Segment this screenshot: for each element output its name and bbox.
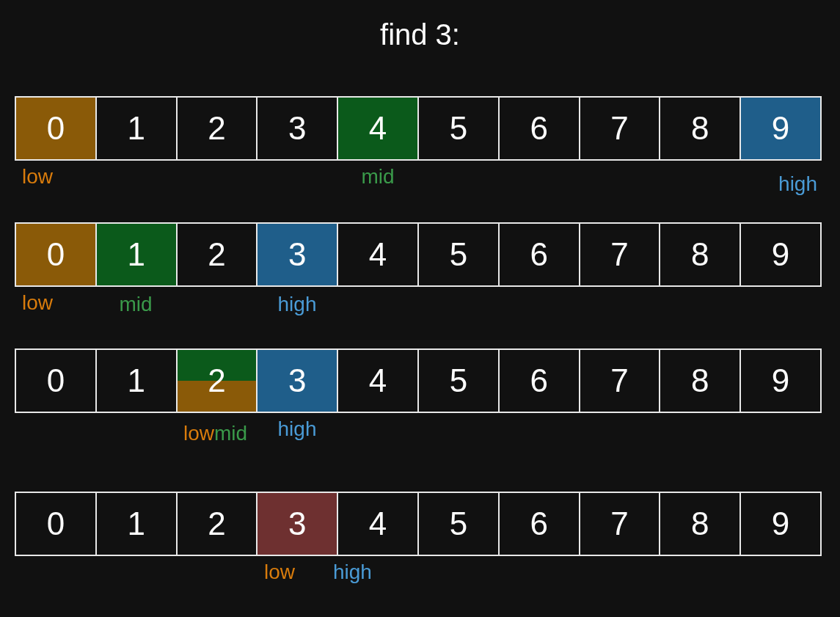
array-value: 2 xyxy=(208,236,225,273)
array-cell: 9 xyxy=(741,350,820,412)
array-value: 1 xyxy=(127,362,145,399)
high-pointer-label: high xyxy=(278,417,317,441)
array-value: 9 xyxy=(772,362,789,399)
array-value: 3 xyxy=(288,110,306,147)
binary-search-diagram: find 3: 0123456789lowmidhigh0123456789lo… xyxy=(0,0,840,617)
mid-pointer-label: mid xyxy=(214,422,247,445)
array-cell: 4 xyxy=(338,350,419,412)
array-cell: 9 xyxy=(741,98,820,159)
array-cell: 4 xyxy=(338,98,419,159)
array-value: 4 xyxy=(369,236,387,273)
array-cell: 6 xyxy=(500,224,580,285)
array-step: 0123456789lowhigh xyxy=(15,492,822,597)
array-value: 0 xyxy=(47,110,65,147)
array-value: 8 xyxy=(691,505,709,542)
array-cell: 0 xyxy=(16,98,97,159)
array-cell: 5 xyxy=(419,98,500,159)
array-value: 2 xyxy=(208,362,225,399)
array-cell: 5 xyxy=(419,350,500,412)
array-value: 5 xyxy=(450,362,467,399)
array-cell: 0 xyxy=(16,493,97,555)
array-cell: 8 xyxy=(660,493,741,555)
diagram-title: find 3: xyxy=(0,18,840,51)
array-cell: 7 xyxy=(580,224,661,285)
array-value: 7 xyxy=(610,505,628,542)
array-value: 6 xyxy=(530,505,547,542)
array-cell: 3 xyxy=(258,224,338,285)
array-cell: 7 xyxy=(580,493,661,555)
array-value: 5 xyxy=(450,505,467,542)
array-cell: 3 xyxy=(258,98,338,159)
array-value: 7 xyxy=(610,236,628,273)
array-step: 0123456789lowmidhigh xyxy=(15,96,822,202)
array-cell: 9 xyxy=(741,493,820,555)
array-value: 4 xyxy=(369,110,387,147)
array-value: 9 xyxy=(772,236,789,273)
array-cell: 9 xyxy=(741,224,820,285)
array-value: 8 xyxy=(691,236,709,273)
array-value: 7 xyxy=(610,362,628,399)
array-cell: 8 xyxy=(660,98,741,159)
array-value: 4 xyxy=(369,505,387,542)
high-pointer-label: high xyxy=(778,172,817,196)
array-value: 1 xyxy=(127,236,145,273)
array-value: 1 xyxy=(127,110,145,147)
array-cell: 6 xyxy=(500,493,580,555)
array-value: 0 xyxy=(47,236,65,273)
pointer-labels: lowmidhigh xyxy=(15,291,822,328)
array-cell: 4 xyxy=(338,493,419,555)
array-cell: 2 xyxy=(178,98,258,159)
pointer-labels: lowhigh xyxy=(15,561,822,597)
array-value: 5 xyxy=(450,110,467,147)
array-value: 2 xyxy=(208,505,225,542)
array-value: 7 xyxy=(610,110,628,147)
array-cell: 5 xyxy=(419,493,500,555)
array-cell: 1 xyxy=(97,493,178,555)
array-step: 0123456789lowmidhigh xyxy=(15,222,822,328)
array-cell: 2 xyxy=(178,350,258,412)
array-value: 1 xyxy=(127,505,145,542)
mid-pointer-label: mid xyxy=(361,165,394,189)
array-row: 0123456789 xyxy=(15,348,822,413)
array-value: 8 xyxy=(691,362,709,399)
array-value: 6 xyxy=(530,110,547,147)
array-row: 0123456789 xyxy=(15,492,822,556)
array-value: 5 xyxy=(450,236,467,273)
array-value: 8 xyxy=(691,110,709,147)
mid-pointer-label: mid xyxy=(119,293,152,316)
low-pointer-label: low xyxy=(264,561,295,584)
array-cell: 3 xyxy=(258,493,338,555)
array-value: 0 xyxy=(47,362,65,399)
pointer-labels: lowmidhigh xyxy=(15,417,822,454)
array-cell: 0 xyxy=(16,350,97,412)
array-cell: 2 xyxy=(178,493,258,555)
low-pointer-label: low xyxy=(22,165,53,189)
array-step: 0123456789lowmidhigh xyxy=(15,348,822,454)
low-pointer-label: low xyxy=(183,422,214,445)
array-cell: 1 xyxy=(97,98,178,159)
high-pointer-label: high xyxy=(333,561,372,584)
array-value: 3 xyxy=(288,236,306,273)
array-cell: 0 xyxy=(16,224,97,285)
array-cell: 6 xyxy=(500,350,580,412)
array-cell: 1 xyxy=(97,350,178,412)
array-value: 0 xyxy=(47,505,65,542)
low-pointer-label: low xyxy=(22,291,53,315)
array-value: 4 xyxy=(369,362,387,399)
array-value: 2 xyxy=(208,110,225,147)
array-row: 0123456789 xyxy=(15,222,822,287)
array-cell: 4 xyxy=(338,224,419,285)
array-value: 3 xyxy=(288,362,306,399)
array-cell: 7 xyxy=(580,350,661,412)
array-cell: 6 xyxy=(500,98,580,159)
high-pointer-label: high xyxy=(278,293,317,316)
array-value: 6 xyxy=(530,236,547,273)
array-value: 6 xyxy=(530,362,547,399)
array-cell: 3 xyxy=(258,350,338,412)
pointer-labels: lowmidhigh xyxy=(15,165,822,202)
array-cell: 1 xyxy=(97,224,178,285)
array-cell: 5 xyxy=(419,224,500,285)
array-cell: 2 xyxy=(178,224,258,285)
array-cell: 8 xyxy=(660,224,741,285)
array-value: 9 xyxy=(772,110,789,147)
